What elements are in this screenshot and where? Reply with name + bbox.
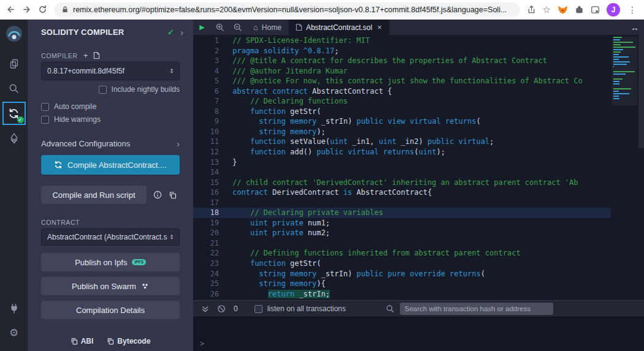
info-icon[interactable] (153, 191, 162, 199)
auto-compile-checkbox[interactable] (41, 103, 49, 111)
zoom-out-icon[interactable] (229, 20, 247, 35)
code-line[interactable]: 24 string memory _strIn) public pure ove… (193, 269, 611, 279)
forward-icon[interactable] (22, 5, 31, 14)
compile-button[interactable]: Compile AbstractContract.... (41, 155, 180, 175)
code-line[interactable]: 21 (193, 238, 611, 249)
code-line[interactable]: 18 // Declaring private variables (193, 208, 611, 218)
tab-home[interactable]: ⌂ Home (247, 20, 289, 35)
refresh-icon[interactable] (38, 5, 47, 14)
minimap[interactable] (613, 37, 636, 300)
bookmark-star-icon[interactable]: ☆ (543, 4, 551, 15)
hide-warnings-checkbox[interactable] (41, 116, 49, 124)
code-line[interactable]: 23 function getStr( (193, 259, 611, 269)
code-line[interactable]: 1// SPDX-License-Identifier: MIT (193, 36, 611, 46)
panel-collapse-icon[interactable]: › (180, 27, 183, 37)
home-icon: ⌂ (253, 23, 258, 32)
compiled-check-icon: ✓ (167, 28, 174, 37)
deploy-run-icon[interactable] (2, 126, 26, 151)
code-line[interactable]: 2pragma solidity ^0.8.17; (193, 46, 611, 56)
code-line[interactable]: 6abstract contract AbstractContract { (193, 86, 611, 97)
code-editor[interactable]: 1// SPDX-License-Identifier: MIT2pragma … (193, 35, 644, 300)
solidity-compiler-icon[interactable]: ✓ (2, 102, 26, 125)
expand-horizontal-icon[interactable]: ↔ (626, 20, 644, 35)
ipfs-badge: IPFS (132, 259, 145, 266)
listen-transactions-checkbox[interactable] (255, 305, 263, 313)
settings-gear-icon[interactable]: ⚙ (2, 320, 26, 345)
browser-menu-icon[interactable]: ⋮ (627, 5, 638, 15)
code-line[interactable]: 17 (193, 198, 611, 208)
code-line[interactable]: 12 function add() public virtual returns… (193, 147, 611, 157)
code-line[interactable]: 4/// @author Jitendra Kumar (193, 66, 611, 77)
code-line[interactable]: 11 function setValue(uint _in1, uint _in… (193, 137, 611, 147)
copy-abi[interactable]: ABI (71, 337, 94, 345)
copy-bytecode[interactable]: Bytecode (107, 337, 150, 345)
extensions-icon[interactable] (575, 5, 584, 14)
terminal-search-group (386, 303, 553, 315)
file-icon (296, 23, 302, 31)
panel-header: SOLIDITY COMPILER ✓ › (28, 25, 193, 39)
code-line[interactable]: 14 (193, 167, 611, 178)
search-icon[interactable] (2, 76, 26, 100)
terminal-search-icon (386, 304, 394, 313)
advanced-configurations[interactable]: Advanced Configurations › (41, 138, 180, 149)
back-icon[interactable] (6, 5, 15, 14)
code-line[interactable]: 22 // Defining functions inherited from … (193, 248, 611, 259)
code-line[interactable]: 16contract DerivedContract is AbstractCo… (193, 187, 611, 198)
compiler-version-select[interactable]: 0.8.17+commit.8df45f5f ▲▼ (41, 62, 180, 80)
transaction-search-input[interactable] (400, 303, 553, 315)
share-icon[interactable] (527, 5, 536, 14)
code-line[interactable]: 15// child contract 'DerivedContract' in… (193, 178, 611, 188)
code-line[interactable]: 3/// @title A contract for describes the… (193, 56, 611, 66)
auto-compile-label: Auto compile (54, 102, 96, 111)
code-area[interactable]: 1// SPDX-License-Identifier: MIT2pragma … (193, 36, 611, 300)
editor-scrollbar[interactable] (638, 35, 644, 148)
code-line[interactable]: 19 uint private num1; (193, 218, 611, 228)
close-tab-icon[interactable]: × (377, 23, 382, 32)
copy-icon[interactable] (169, 191, 177, 199)
address-bar[interactable]: remix.ethereum.org/#optimize=false&runs=… (54, 2, 520, 17)
zoom-in-icon[interactable] (211, 20, 229, 35)
compile-and-run-label: Compile and Run script (52, 191, 135, 200)
include-nightly-label: Include nightly builds (112, 85, 180, 94)
code-line[interactable]: 8 function getStr( (193, 107, 611, 117)
run-script-icon[interactable]: ▶ (193, 20, 211, 35)
minimap-viewport[interactable] (612, 37, 637, 105)
terminal-collapse-icon[interactable] (201, 305, 209, 313)
copy-icon (71, 338, 78, 345)
code-line[interactable]: 7 // Declaring functions (193, 96, 611, 107)
include-nightly-row: Include nightly builds (41, 85, 180, 94)
compile-and-run-button[interactable]: Compile and Run script (41, 186, 147, 204)
contract-select[interactable]: AbstractContract (AbstractContract.s ▲▼ (41, 228, 180, 246)
compiler-label-row: COMPILER + (41, 51, 180, 59)
code-line[interactable]: 10 string memory); (193, 127, 611, 137)
compiler-doc-icon[interactable] (93, 51, 100, 59)
clear-console-icon[interactable] (217, 304, 226, 313)
include-nightly-checkbox[interactable] (99, 86, 107, 94)
code-line[interactable]: 9 string memory _strIn) public view virt… (193, 116, 611, 127)
compile-success-badge: ✓ (17, 116, 24, 123)
compilation-details-label: Compilation Details (76, 306, 145, 315)
code-line[interactable]: 26 return _strIn; (193, 289, 611, 300)
remix-logo[interactable] (5, 25, 23, 43)
tab-abstractcontract[interactable]: AbstractContract.sol × (289, 20, 389, 35)
code-line[interactable]: 25 string memory){ (193, 279, 611, 289)
publish-ipfs-button[interactable]: Publish on Ipfs IPFS (41, 253, 180, 271)
plugin-manager-icon[interactable] (2, 296, 26, 320)
url-text: remix.ethereum.org/#optimize=false&runs=… (73, 6, 507, 14)
browser-chrome: remix.ethereum.org/#optimize=false&runs=… (0, 0, 644, 20)
file-explorer-icon[interactable] (2, 51, 26, 76)
window-icon[interactable] (591, 6, 600, 14)
code-line[interactable]: 5/// @notice For now, this contract just… (193, 76, 611, 86)
advanced-expand-icon[interactable]: › (177, 138, 180, 149)
profile-avatar[interactable]: J (607, 3, 620, 17)
code-line[interactable]: 13} (193, 157, 611, 168)
publish-swarm-button[interactable]: Publish on Swarm (41, 277, 180, 295)
compilation-details-button[interactable]: Compilation Details (41, 301, 180, 319)
terminal-toolbar: 0 listen on all transactions (193, 300, 644, 317)
panel-title: SOLIDITY COMPILER (41, 28, 124, 37)
solidity-compiler-panel: SOLIDITY COMPILER ✓ › COMPILER + 0.8.17+… (28, 20, 193, 351)
code-line[interactable]: 20 uint private num2; (193, 228, 611, 238)
terminal-output[interactable]: > (193, 317, 644, 351)
metamask-extension-icon[interactable] (558, 5, 568, 15)
add-compiler-icon[interactable]: + (83, 53, 88, 59)
